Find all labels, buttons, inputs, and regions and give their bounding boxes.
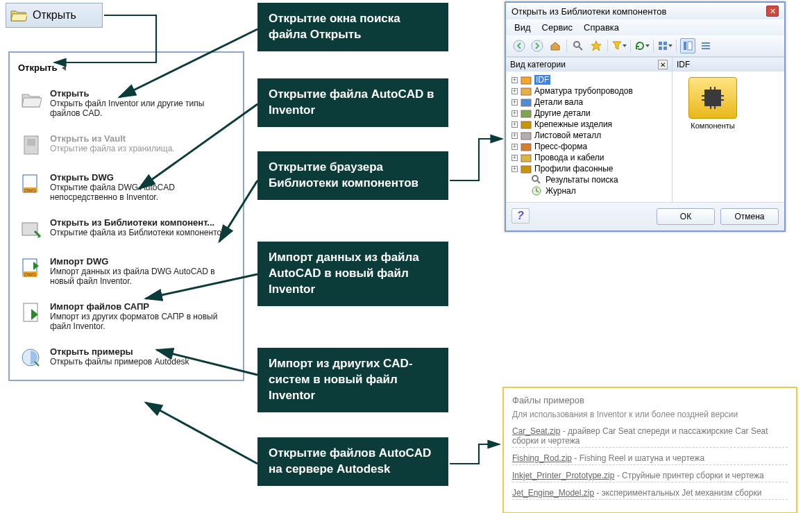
open-menu-item-3[interactable]: Открыть из Библиотеки компонент...Открыт… <box>14 212 239 246</box>
menu-item-title: Открыть примеры <box>50 346 189 357</box>
svg-point-12 <box>532 40 543 51</box>
menu-help[interactable]: Справка <box>584 22 619 33</box>
view-list-icon[interactable] <box>698 38 713 53</box>
expand-icon[interactable]: + <box>511 99 518 106</box>
svg-rect-21 <box>702 45 710 47</box>
svg-rect-14 <box>659 42 662 45</box>
list-item[interactable]: Компоненты <box>678 77 747 130</box>
svg-rect-28 <box>521 133 531 140</box>
sample-desc: - Струйные принтер сборки и чертежа <box>614 471 763 480</box>
history-icon <box>532 186 543 196</box>
callout-0: Открытие окна поиска файла Открыть <box>257 3 448 51</box>
library-menubar: Вид Сервис Справка <box>506 19 784 35</box>
menu-item-title: Импорт DWG <box>50 256 233 267</box>
close-icon[interactable]: ✕ <box>766 6 779 17</box>
cancel-button[interactable]: Отмена <box>720 208 779 225</box>
svg-rect-22 <box>702 48 710 49</box>
home-icon[interactable] <box>548 38 563 53</box>
svg-rect-37 <box>721 95 724 96</box>
favorite-icon[interactable] <box>589 38 604 53</box>
sample-link[interactable]: Inkjet_Printer_Prototype.zip - Струйные … <box>512 471 788 482</box>
svg-rect-5 <box>22 223 37 235</box>
search-icon[interactable] <box>570 38 586 53</box>
tree-node-label: Пресс-форма <box>534 142 587 151</box>
tree-node[interactable]: +Пресс-форма <box>509 141 669 152</box>
tree-header-label: Вид категории <box>510 60 566 69</box>
expand-icon[interactable]: + <box>511 155 518 161</box>
tree-node-label: Другие детали <box>534 108 591 118</box>
svg-rect-41 <box>710 106 711 109</box>
menu-item-desc: Открытие файла из хранилища. <box>50 144 175 153</box>
tree-node[interactable]: +IDF <box>509 74 669 85</box>
sample-filename: Fishing_Rod.zip <box>512 453 572 463</box>
tree-close-icon[interactable]: ✕ <box>658 60 668 69</box>
tree-node[interactable]: +Детали вала <box>509 96 669 108</box>
callout-1: Открытие файла AutoCAD в Inventor <box>257 78 448 127</box>
svg-rect-40 <box>714 87 716 90</box>
tree-node[interactable]: Результаты поиска <box>509 174 669 185</box>
category-icon <box>521 164 532 174</box>
tree-node[interactable]: +Другие детали <box>509 108 669 119</box>
menu-item-title: Открыть из Библиотеки компонент... <box>50 217 228 228</box>
filter-icon[interactable] <box>611 38 627 53</box>
sample-link[interactable]: Jet_Engine_Model.zip - экспериментальных… <box>512 488 788 500</box>
nav-forward-icon[interactable] <box>530 38 545 53</box>
open-menu-item-1: Открыть из VaultОткрытие файла из хранил… <box>14 128 239 162</box>
expand-icon[interactable]: + <box>511 110 518 117</box>
expand-icon[interactable]: + <box>511 88 518 94</box>
sample-icon <box>19 346 43 370</box>
tree-node[interactable]: +Провода и кабели <box>509 152 669 163</box>
callout-4: Импорт из дриугих CAD-систем в новый фай… <box>257 348 448 412</box>
expand-icon[interactable]: + <box>511 133 518 139</box>
svg-text:DWG: DWG <box>24 188 36 193</box>
sample-filename: Jet_Engine_Model.zip <box>512 488 594 498</box>
ok-button[interactable]: ОК <box>657 208 715 225</box>
ribbon-open-button[interactable]: Открыть <box>6 3 103 28</box>
open-menu-item-2[interactable]: DWGОткрыть DWGОткрытие файла DWG AutoCAD… <box>14 167 239 208</box>
expand-icon[interactable]: + <box>511 144 518 150</box>
tree-node[interactable]: Журнал <box>509 185 669 196</box>
menu-item-title: Импорт файлов САПР <box>50 301 233 312</box>
svg-rect-29 <box>521 144 531 151</box>
expand-icon[interactable]: + <box>511 121 518 128</box>
view-grid-icon[interactable] <box>657 38 673 53</box>
svg-rect-35 <box>702 95 704 96</box>
folder-open-icon <box>10 8 27 22</box>
tree-node-label: Арматура трубопроводов <box>534 86 633 96</box>
open-menu-item-4[interactable]: DWGИмпорт DWGИмпорт данных из файла DWG … <box>14 251 239 292</box>
category-icon <box>521 131 532 140</box>
svg-rect-42 <box>714 106 716 109</box>
menu-item-desc: Импорт из других форматов САПР в новый ф… <box>50 312 233 331</box>
nav-back-icon[interactable] <box>511 38 527 53</box>
tree-node-label: Листовой металл <box>534 131 601 140</box>
svg-rect-23 <box>521 77 531 84</box>
tree-node[interactable]: +Арматура трубопроводов <box>509 85 669 96</box>
tree-node[interactable]: +Листовой металл <box>509 130 669 141</box>
open-menu-item-0[interactable]: ОткрытьОткрыть файл Inventor или другие … <box>14 83 239 124</box>
library-title-text: Открыть из Библиотеки компонентов <box>511 6 666 17</box>
svg-rect-16 <box>659 47 662 50</box>
menu-view[interactable]: Вид <box>514 22 531 33</box>
samples-title: Файлы примеров <box>512 395 788 405</box>
menu-item-desc: Открытие файла из Библиотеки компонентов… <box>50 228 228 237</box>
svg-rect-30 <box>521 155 531 162</box>
list-item-label: Компоненты <box>691 121 734 130</box>
open-menu-item-5[interactable]: Импорт файлов САПРИмпорт из других форма… <box>14 296 239 337</box>
sample-link[interactable]: Car_Seat.zip - драйвер Car Seat спереди … <box>512 426 788 448</box>
menu-service[interactable]: Сервис <box>542 22 573 33</box>
refresh-icon[interactable] <box>634 38 650 53</box>
open-menu-item-6[interactable]: Открыть примерыОткрыть файлы примеров Au… <box>14 341 239 376</box>
help-icon[interactable]: ? <box>511 208 530 224</box>
tree-node[interactable]: +Профили фасонные <box>509 163 669 174</box>
expand-icon[interactable]: + <box>511 77 518 83</box>
sample-link[interactable]: Fishing_Rod.zip - Fishing Reel и шатуна … <box>512 453 788 465</box>
tree-node-label: IDF <box>534 75 550 85</box>
tree-node[interactable]: +Крепежные изделия <box>509 119 669 130</box>
callout-3: Импорт данных из файла AutoCAD в новый ф… <box>257 242 448 306</box>
view-tree-icon[interactable] <box>680 38 695 53</box>
menu-item-desc: Импорт данных из файла DWG AutoCAD в нов… <box>50 267 233 286</box>
menu-item-desc: Открытие файла DWG AutoCAD непосредствен… <box>50 183 233 202</box>
expand-icon[interactable]: + <box>511 166 518 172</box>
svg-rect-18 <box>684 42 686 50</box>
callout-5: Открытие файлов AutoCAD на сервере Autod… <box>257 437 448 486</box>
